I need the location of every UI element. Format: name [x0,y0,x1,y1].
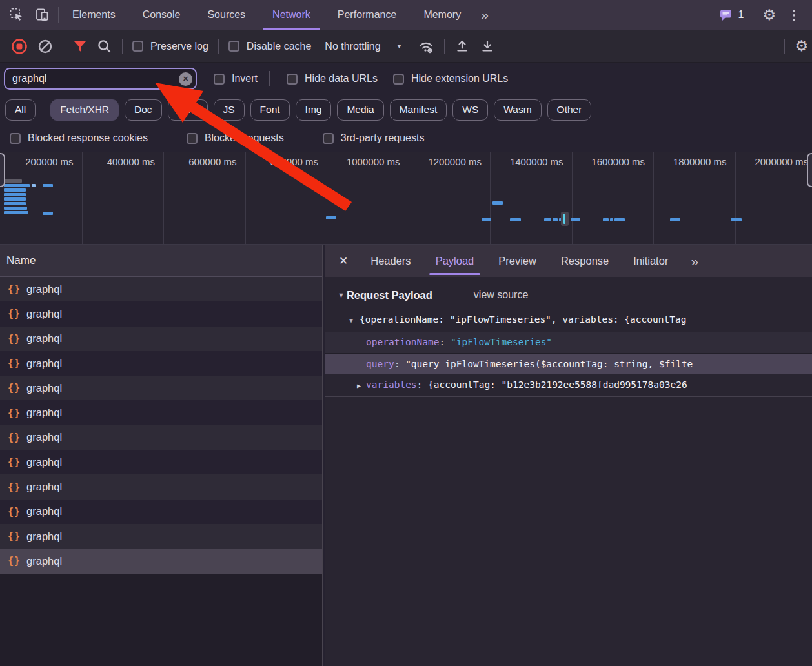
tab-sources[interactable]: Sources [194,0,259,30]
checkbox[interactable] [214,74,225,85]
tab-console[interactable]: Console [129,0,194,30]
payload-variables-row[interactable]: ▶variables: {accountTag: "b12e3b2192ee55… [325,374,812,396]
checkbox[interactable] [132,41,143,52]
tab-performance[interactable]: Performance [324,0,411,30]
export-har-icon[interactable] [480,39,495,54]
request-row[interactable]: {}graphql [0,351,322,376]
chip-font[interactable]: Font [250,99,290,121]
device-toolbar-icon[interactable] [35,7,50,23]
hide-data-urls-label: Hide data URLs [305,73,378,85]
more-options-icon[interactable]: ⋮ [785,7,803,23]
filter-input[interactable] [4,68,197,90]
detail-tab-initiator[interactable]: Initiator [629,245,672,277]
network-conditions-icon[interactable] [418,38,434,55]
detail-tab-headers[interactable]: Headers [367,245,414,277]
clear-network-log-icon[interactable] [37,39,53,54]
request-row[interactable]: {}graphql [0,474,322,499]
name-column-header[interactable]: Name [0,245,322,277]
checkbox[interactable] [393,74,404,85]
collapse-triangle-icon[interactable]: ▼ [338,291,345,299]
overview-brush-handle-right[interactable] [807,153,812,187]
tab-network[interactable]: Network [259,0,324,30]
payload-root-row[interactable]: ▼{operationName: "ipFlowTimeseries", var… [325,307,812,332]
third-party-requests-checkbox[interactable]: 3rd-party requests [323,132,425,144]
more-detail-tabs-icon[interactable]: » [684,254,704,269]
inspect-element-icon[interactable] [9,7,25,23]
search-icon[interactable] [97,39,112,54]
chip-css[interactable]: CSS [168,99,208,121]
chip-js[interactable]: JS [214,99,245,121]
request-row[interactable]: {}graphql [0,425,322,450]
detail-tab-preview[interactable]: Preview [494,245,540,277]
checkbox[interactable] [323,133,334,144]
overview-request-bar [610,218,613,221]
close-icon[interactable]: ✕ [325,254,358,268]
json-braces-icon: {} [8,530,21,542]
hide-data-urls-checkbox[interactable]: Hide data URLs [287,73,378,85]
payload-query-row-selected[interactable]: query: "query ipFlowTimeseries($accountT… [325,353,812,374]
request-payload-section[interactable]: ▼ Request Payload view source [325,283,812,307]
payload-pane: ▼ Request Payload view source ▼{operatio… [325,278,812,666]
view-source-link[interactable]: view source [474,289,528,301]
request-row[interactable]: {}graphql [0,277,322,301]
request-row[interactable]: {}graphql [0,524,322,549]
overview-request-bar [4,184,30,187]
request-row[interactable]: {}graphql [0,500,322,524]
blocked-response-cookies-checkbox[interactable]: Blocked response cookies [10,132,148,144]
request-row[interactable]: {}graphql [0,376,322,400]
checkbox[interactable] [187,133,198,144]
chip-img[interactable]: Img [296,99,332,121]
detail-tab-payload[interactable]: Payload [432,245,478,277]
json-braces-icon: {} [8,481,21,493]
chip-fetch-xhr[interactable]: Fetch/XHR [50,99,119,121]
request-row[interactable]: {}graphql [0,450,322,474]
chip-all[interactable]: All [5,99,36,121]
network-overview-timeline[interactable]: 200000 ms400000 ms600000 ms800000 ms1000… [0,152,812,245]
more-tabs-icon[interactable]: » [474,7,494,23]
overview-request-bar [544,218,551,221]
overview-brush-handle-left[interactable] [0,153,5,187]
issues-indicator[interactable]: 1 [719,8,744,22]
chip-ws[interactable]: WS [452,99,488,121]
chip-other[interactable]: Other [547,99,592,121]
payload-operation-name-row[interactable]: operationName: "ipFlowTimeseries" [325,332,812,353]
chip-wasm[interactable]: Wasm [494,99,541,121]
overview-request-bar [614,218,625,221]
request-details-panel: ✕ HeadersPayloadPreviewResponseInitiator… [325,245,812,666]
request-name: graphql [26,456,62,469]
network-settings-gear-icon[interactable]: ⚙ [795,39,808,54]
record-network-log-icon[interactable] [11,38,28,55]
blocked-requests-checkbox[interactable]: Blocked requests [187,132,284,144]
checkbox[interactable] [228,41,239,52]
overview-request-bar [4,211,28,214]
tab-memory[interactable]: Memory [410,0,474,30]
checkbox[interactable] [10,133,21,144]
expand-triangle-icon[interactable]: ▶ [357,382,361,389]
invert-checkbox[interactable]: Invert [214,73,258,85]
throttling-dropdown[interactable]: No throttling ▼ [325,41,402,52]
blocked-requests-label: Blocked requests [205,132,284,144]
disable-cache-label: Disable cache [247,41,312,52]
filter-funnel-icon[interactable] [73,39,87,54]
request-row[interactable]: {}graphql [0,400,322,425]
request-row[interactable]: {}graphql [0,327,322,351]
collapse-triangle-icon[interactable]: ▼ [349,317,353,324]
payload-root-preview: {operationName: "ipFlowTimeseries", vari… [360,314,686,325]
disable-cache-checkbox[interactable]: Disable cache [228,41,312,52]
request-row-selected[interactable]: {}graphql [0,549,322,573]
request-row[interactable]: {}graphql [0,301,322,326]
preserve-log-checkbox[interactable]: Preserve log [132,41,208,52]
tab-elements[interactable]: Elements [59,0,129,30]
detail-tab-response[interactable]: Response [557,245,613,277]
request-name: graphql [26,283,62,296]
import-har-icon[interactable] [454,39,470,54]
settings-gear-icon[interactable]: ⚙ [762,8,776,23]
filter-row: ✕ Invert Hide data URLs Hide extension U… [0,63,812,95]
chip-doc[interactable]: Doc [125,99,162,121]
checkbox[interactable] [287,74,298,85]
hide-extension-urls-checkbox[interactable]: Hide extension URLs [393,73,508,85]
chip-media[interactable]: Media [337,99,383,121]
overview-request-bar [571,218,580,221]
chip-manifest[interactable]: Manifest [390,99,447,121]
clear-filter-icon[interactable]: ✕ [179,72,192,86]
